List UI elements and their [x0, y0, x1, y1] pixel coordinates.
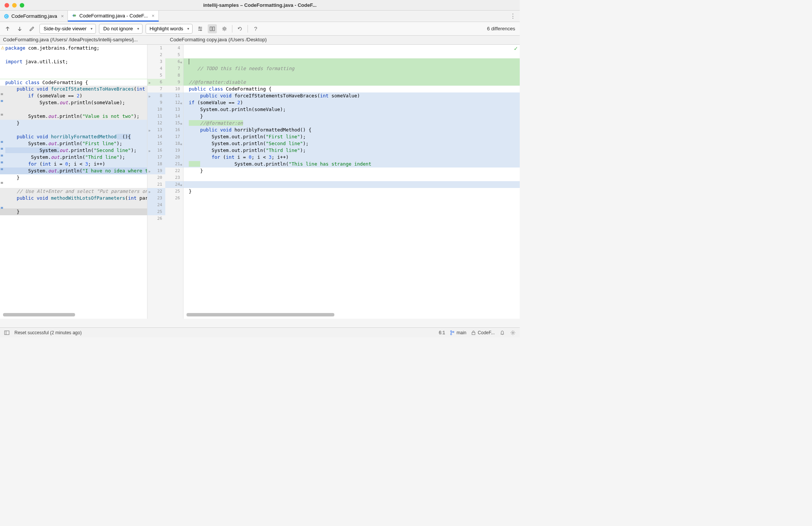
right-file-header: CodeFormatting copy.java (/Users /Deskto…	[163, 36, 520, 44]
git-branch[interactable]: main	[450, 330, 466, 335]
highlight-mode-dropdown[interactable]: Highlight words	[146, 24, 193, 34]
diff-count-label: 6 differences	[487, 26, 517, 31]
code-line: if (someValue == 2)	[183, 99, 520, 106]
separator	[232, 25, 232, 33]
ignore-mode-dropdown[interactable]: Do not ignore	[99, 24, 142, 34]
line-number: 9	[165, 79, 183, 86]
svg-text:C: C	[5, 14, 8, 18]
svg-point-8	[450, 333, 452, 335]
code-line: System.out.println("Second line");	[183, 140, 520, 147]
edit-source-button[interactable]	[27, 24, 36, 33]
background-tasks[interactable]: CodeF...	[471, 330, 495, 335]
line-number: 20	[165, 154, 183, 161]
line-number: 7	[165, 65, 183, 72]
window-title: intellij-samples – CodeFormatting.java -…	[203, 2, 317, 8]
code-line	[0, 72, 147, 79]
minimize-window-button[interactable]	[12, 3, 17, 8]
status-message: Reset successful (2 minutes ago)	[14, 330, 82, 335]
line-number: »8	[147, 92, 165, 99]
line-number: »13	[147, 127, 165, 133]
titlebar: intellij-samples – CodeFormatting.java -…	[0, 0, 520, 11]
code-line	[0, 52, 147, 58]
code-line: public void forceIfStatementsToHaveBrace…	[183, 92, 520, 99]
code-line	[0, 127, 147, 133]
code-line: for (int i = 0; i < 3; i++)	[183, 154, 520, 161]
code-line	[183, 195, 520, 202]
line-number: »6	[147, 79, 165, 86]
code-line: public void forceIfStatementsToHaveBrace…	[0, 86, 147, 92]
line-number: 17	[147, 154, 165, 161]
code-line: System.out.println("Third line");	[183, 147, 520, 154]
traffic-lights	[5, 3, 24, 8]
code-line: public void horriblyFormattedMethod (){	[0, 133, 147, 140]
tool-window-icon[interactable]	[4, 330, 10, 336]
close-window-button[interactable]	[5, 3, 9, 8]
line-number: 5	[147, 72, 165, 79]
line-number: 3	[147, 58, 165, 65]
code-line: public class CodeFormatting {	[183, 86, 520, 92]
code-line	[183, 72, 520, 79]
collapse-unchanged-button[interactable]	[196, 24, 205, 33]
line-number: 11	[147, 113, 165, 120]
sync-scroll-button[interactable]	[208, 24, 217, 33]
code-line: package com.jetbrains.formatting;	[0, 45, 147, 52]
more-icon[interactable]: ⋮	[510, 13, 520, 20]
line-number: 25	[147, 208, 165, 215]
svg-rect-2	[210, 27, 212, 31]
notifications-icon[interactable]	[499, 330, 505, 336]
line-number: 11	[165, 92, 183, 99]
tab-diff[interactable]: CodeFormatting.java - CodeF... ×	[68, 11, 158, 22]
line-number: »22	[147, 188, 165, 195]
left-minimap	[0, 45, 4, 319]
tab-label: CodeFormatting.java - CodeF...	[79, 13, 148, 19]
close-icon[interactable]: ×	[152, 13, 155, 19]
line-number: 16	[165, 127, 183, 133]
left-editor[interactable]: ⚠ package com.jetbrains.formatting; impo…	[0, 45, 147, 319]
line-number: 18«	[165, 140, 183, 147]
refresh-button[interactable]	[235, 24, 245, 33]
code-line: if (someValue == 2)	[0, 92, 147, 99]
dropdown-label: Side-by-side viewer	[44, 26, 86, 31]
dropdown-label: Do not ignore	[103, 26, 133, 31]
line-number: 23	[165, 174, 183, 181]
line-number: 10	[165, 86, 183, 92]
code-line: }	[0, 208, 147, 215]
settings-button[interactable]	[220, 24, 229, 33]
tab-codeformatting[interactable]: C CodeFormatting.java ×	[0, 11, 68, 22]
code-line	[0, 202, 147, 208]
maximize-window-button[interactable]	[20, 3, 24, 8]
lock-icon	[471, 330, 476, 335]
close-icon[interactable]: ×	[61, 13, 64, 19]
line-number: 26	[147, 215, 165, 222]
code-line	[183, 181, 520, 188]
code-line: // Use Alt+Enter and select "Put paramet…	[0, 188, 147, 195]
line-number: 9	[147, 99, 165, 106]
line-number: 23	[147, 195, 165, 202]
line-number: 12	[147, 120, 165, 127]
horizontal-scrollbar[interactable]	[3, 313, 75, 316]
code-line: System.out.println("Value is not two");	[0, 113, 147, 120]
diff-toolbar: Side-by-side viewer Do not ignore Highli…	[0, 22, 520, 36]
cursor-position[interactable]: 6:1	[439, 330, 445, 335]
line-number: 26	[165, 195, 183, 202]
code-line: public void horriblyFormattedMethod() {	[183, 127, 520, 133]
next-diff-button[interactable]	[15, 24, 24, 33]
view-mode-dropdown[interactable]: Side-by-side viewer	[39, 24, 96, 34]
code-line: System.out.println("Second line");	[0, 147, 147, 154]
code-line	[183, 174, 520, 181]
dropdown-label: Highlight words	[150, 26, 183, 31]
horizontal-scrollbar[interactable]	[187, 313, 334, 316]
help-button[interactable]: ?	[251, 24, 260, 33]
code-line	[183, 58, 520, 65]
code-line: System.out.println("First line");	[183, 133, 520, 140]
status-bar: Reset successful (2 minutes ago) 6:1 mai…	[0, 327, 520, 337]
prev-diff-button[interactable]	[3, 24, 12, 33]
ide-settings-icon[interactable]	[510, 330, 516, 336]
code-line: }	[183, 188, 520, 195]
right-editor[interactable]: ✓ // TODO this file needs formatting //@…	[183, 45, 520, 319]
line-number: 21«	[165, 161, 183, 168]
code-line: System.out.println(someValue);	[183, 106, 520, 113]
code-line: }	[0, 120, 147, 127]
line-number: 4	[165, 45, 183, 52]
svg-point-11	[512, 332, 514, 333]
